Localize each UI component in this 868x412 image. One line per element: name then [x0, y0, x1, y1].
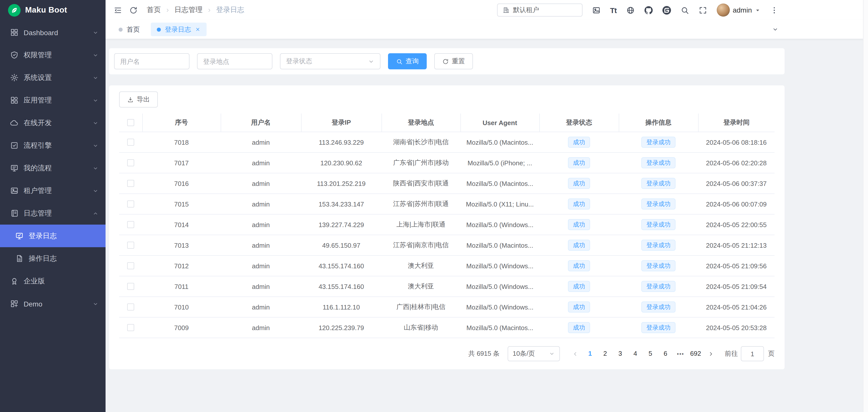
- font-size-icon[interactable]: Tt: [610, 6, 616, 14]
- operation-tag: 登录成功: [641, 198, 676, 210]
- page-number-3[interactable]: 3: [614, 347, 626, 361]
- close-icon[interactable]: [195, 27, 200, 32]
- refresh-icon[interactable]: [129, 6, 138, 14]
- sidebar-item-permission[interactable]: 权限管理: [0, 44, 105, 66]
- column-header: 用户名: [221, 114, 301, 132]
- sidebar-item-login-log[interactable]: 登录日志: [0, 225, 105, 247]
- select-all-checkbox[interactable]: [127, 119, 134, 126]
- page-number-5[interactable]: 5: [644, 347, 656, 361]
- chevron-down-icon: [368, 58, 374, 65]
- search-button[interactable]: 查询: [388, 53, 427, 69]
- tabs-dropdown-icon[interactable]: [772, 26, 778, 33]
- sidebar-item-tenant-management[interactable]: 租户管理: [0, 179, 105, 202]
- page-number-6[interactable]: 6: [659, 347, 672, 361]
- sidebar-item-dashboard[interactable]: Dashboard: [0, 21, 105, 44]
- tab-login-log[interactable]: 登录日志: [151, 23, 207, 36]
- table-row: 7012admin43.155.174.160澳大利亚Mozilla/5.0 (…: [119, 255, 775, 276]
- goto-page-input[interactable]: [741, 346, 764, 361]
- reset-button-label: 重置: [452, 57, 465, 66]
- table-row: 7009admin120.225.239.79山东省|移动Mozilla/5.0…: [119, 317, 775, 338]
- sidebar-item-demo[interactable]: Demo: [0, 292, 105, 315]
- globe-icon[interactable]: [626, 6, 635, 14]
- sidebar-item-label: 在线开发: [24, 118, 88, 127]
- row-checkbox[interactable]: [127, 262, 134, 269]
- row-select-cell: [119, 153, 142, 173]
- user-menu[interactable]: admin: [717, 3, 761, 17]
- github-icon[interactable]: [644, 6, 653, 14]
- sidebar-item-log-management[interactable]: 日志管理: [0, 202, 105, 225]
- export-button[interactable]: 导出: [119, 91, 158, 107]
- header-action-icons: Tt: [592, 6, 707, 14]
- sidebar-item-workflow-engine[interactable]: 流程引擎: [0, 134, 105, 157]
- tab-home[interactable]: 首页: [113, 23, 146, 36]
- fullscreen-icon[interactable]: [699, 6, 707, 14]
- page-number-2[interactable]: 2: [599, 347, 611, 361]
- location-input[interactable]: [197, 53, 272, 69]
- row-checkbox[interactable]: [127, 221, 134, 228]
- sidebar-item-label: 流程引擎: [24, 141, 88, 150]
- row-checkbox[interactable]: [127, 159, 134, 166]
- cell-time: 2024-05-05 22:00:55: [698, 214, 775, 235]
- sidebar-item-operation-log[interactable]: 操作日志: [0, 247, 105, 270]
- status-select[interactable]: 登录状态: [280, 53, 380, 69]
- row-checkbox[interactable]: [127, 200, 134, 208]
- sidebar-item-online-dev[interactable]: 在线开发: [0, 112, 105, 134]
- status-tag: 成功: [568, 219, 590, 230]
- page-number-1[interactable]: 1: [584, 347, 596, 361]
- next-page-button[interactable]: [705, 347, 717, 361]
- select-all-cell: [119, 114, 142, 132]
- caret-down-icon: [755, 7, 761, 13]
- row-checkbox[interactable]: [127, 180, 134, 187]
- more-vertical-icon[interactable]: [770, 6, 778, 14]
- scrollbar[interactable]: [863, 0, 868, 412]
- image-icon[interactable]: [592, 6, 600, 14]
- goto-label: 前往: [725, 349, 738, 358]
- sidebar-item-app-management[interactable]: 应用管理: [0, 89, 105, 112]
- avatar: [717, 3, 730, 17]
- logo-leaf-icon: [8, 4, 21, 16]
- cell-status: 成功: [539, 276, 619, 297]
- row-checkbox[interactable]: [127, 139, 134, 146]
- more-pages-icon[interactable]: •••: [675, 351, 687, 357]
- page-size-select[interactable]: 10条/页: [508, 346, 560, 361]
- row-checkbox[interactable]: [127, 324, 134, 331]
- breadcrumb-item[interactable]: 日志管理: [175, 5, 203, 14]
- cell-user_agent: Mozilla/5.0 (iPhone; ...: [460, 153, 539, 173]
- sidebar-item-system-settings[interactable]: 系统设置: [0, 66, 105, 89]
- tenant-select-value: 默认租户: [513, 5, 539, 14]
- page-number-last[interactable]: 692: [689, 347, 702, 361]
- row-checkbox[interactable]: [127, 283, 134, 290]
- tenant-select[interactable]: 默认租户: [497, 3, 582, 17]
- reset-button[interactable]: 重置: [434, 53, 473, 69]
- page-number-4[interactable]: 4: [629, 347, 641, 361]
- cell-user_agent: Mozilla/5.0 (Macintos...: [460, 173, 539, 194]
- row-select-cell: [119, 276, 142, 297]
- row-checkbox[interactable]: [127, 242, 134, 249]
- table-card: 导出 序号用户名登录IP登录地点User Agent登录状态操作信息登录时间 7…: [109, 86, 784, 369]
- status-tag: 成功: [568, 157, 590, 168]
- cell-time: 2024-05-05 21:04:26: [698, 297, 775, 317]
- row-checkbox[interactable]: [127, 304, 134, 311]
- cell-location: 上海|上海市|联通: [381, 214, 460, 235]
- sidebar-item-label: 租户管理: [24, 186, 88, 195]
- cell-operation: 登录成功: [619, 214, 698, 235]
- collapse-sidebar-icon[interactable]: [114, 6, 122, 14]
- username-input[interactable]: [114, 53, 189, 69]
- column-header: 登录IP: [301, 114, 381, 132]
- tenant-building-icon: [502, 6, 509, 13]
- cell-operation: 登录成功: [619, 255, 698, 276]
- prev-page-button[interactable]: [569, 347, 581, 361]
- tab-label: 首页: [127, 25, 140, 34]
- sidebar-item-my-workflow[interactable]: 我的流程: [0, 157, 105, 179]
- breadcrumb-item: 登录日志: [216, 5, 244, 14]
- sidebar-item-enterprise[interactable]: 企业版: [0, 270, 105, 292]
- tabs: 首页登录日志: [113, 23, 207, 36]
- column-header: 登录时间: [698, 114, 775, 132]
- breadcrumb-item[interactable]: 首页: [147, 5, 161, 14]
- refresh-icon: [442, 58, 449, 65]
- cell-location: 陕西省|西安市|联通: [381, 173, 460, 194]
- search-icon[interactable]: [681, 6, 689, 14]
- gitee-icon[interactable]: [662, 6, 671, 14]
- cell-time: 2024-05-06 00:07:09: [698, 194, 775, 214]
- logo[interactable]: Maku Boot: [0, 0, 105, 20]
